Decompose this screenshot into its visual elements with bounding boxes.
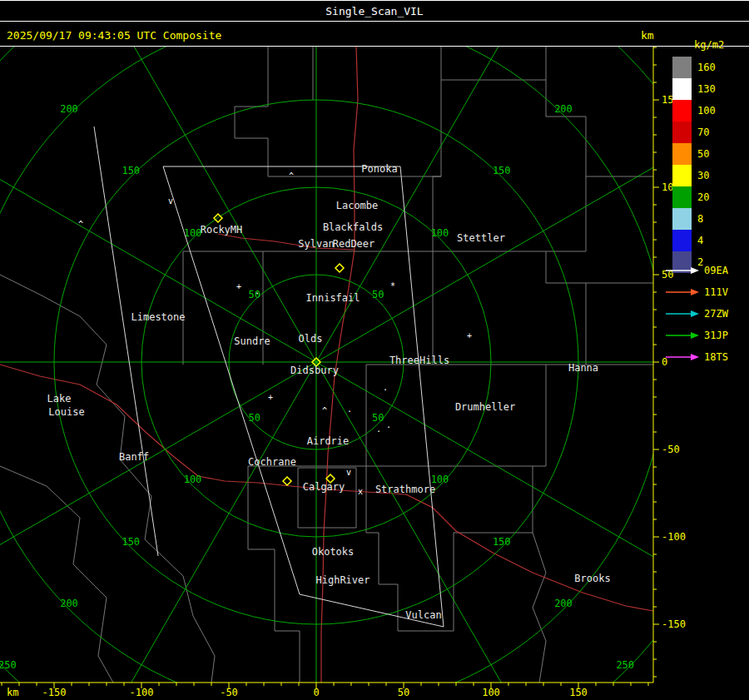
colorbar-value-label: 70 — [697, 127, 709, 138]
town-marker: v — [346, 468, 351, 477]
colorbar-value-label: 50 — [697, 148, 709, 160]
y-tick-label: -50 — [662, 444, 680, 455]
county-boundary — [80, 316, 215, 683]
colorbar-swatch — [672, 230, 692, 251]
city-label: RedDeer — [333, 238, 375, 250]
city-label: Lake — [47, 393, 72, 405]
county-boundary — [546, 80, 653, 176]
radar-id-label: 31JP — [704, 330, 728, 341]
x-tick-label: -50 — [220, 687, 238, 698]
town-marker: ^ — [78, 220, 83, 229]
city-label: Lacombe — [336, 200, 379, 211]
range-ring-label: 100 — [431, 227, 449, 239]
city-label: Stettler — [457, 232, 505, 244]
azimuth-line — [316, 0, 535, 362]
colorbar-swatch — [672, 208, 692, 230]
city-label: Ponoka — [361, 163, 397, 175]
x-tick-label: -150 — [42, 687, 67, 698]
range-ring-label: 50 — [372, 289, 384, 300]
colorbar-swatch — [672, 122, 692, 143]
city-label: HighRiver — [315, 574, 370, 586]
range-ring-label: 200 — [60, 598, 78, 609]
colorbar-swatch — [672, 143, 692, 165]
range-ring-label: 200 — [554, 103, 573, 115]
azimuth-line — [316, 362, 695, 581]
city-label: Innisfail — [305, 292, 360, 304]
radar-legend-arrowhead-icon — [691, 289, 699, 295]
map-layers: 5050505010010010010015015015015020020020… — [0, 0, 749, 700]
range-ring-label: 100 — [184, 227, 202, 239]
range-ring-label: 50 — [249, 412, 260, 424]
county-boundary — [433, 47, 441, 251]
azimuth-line — [98, 362, 317, 700]
city-label: Drumheller — [455, 401, 515, 413]
colorbar-value-label: 130 — [697, 83, 716, 95]
colorbar-swatch — [672, 78, 692, 100]
county-boundary — [441, 47, 546, 80]
county-boundary — [546, 176, 653, 283]
city-label: Louise — [48, 406, 84, 418]
town-marker: v — [168, 196, 173, 206]
highway-line — [0, 365, 326, 489]
range-ring-label: 200 — [60, 103, 78, 115]
y-tick-label: -100 — [662, 531, 686, 543]
colorbar-swatch — [672, 165, 692, 186]
colorbar-swatch — [672, 186, 692, 208]
city-label: Vulcan — [405, 609, 441, 621]
radar-legend-arrowhead-icon — [691, 332, 699, 339]
azimuth-line — [98, 0, 317, 362]
city-label: Olds — [299, 333, 323, 345]
colorbar-unit-label: kg/m2 — [694, 39, 724, 51]
highway-line — [326, 489, 653, 611]
range-ring-label: 150 — [493, 165, 511, 176]
city-label: RockyMH — [201, 224, 243, 236]
city-label: Banff — [119, 451, 149, 463]
range-ring-label: 150 — [122, 536, 140, 548]
colorbar-value-label: 20 — [697, 191, 709, 203]
colorbar-swatch — [672, 251, 692, 273]
town-marker: . — [383, 383, 388, 392]
county-boundary — [0, 275, 80, 316]
colorbar-value-label: 8 — [697, 213, 703, 225]
city-label: Brooks — [574, 573, 610, 584]
county-boundary — [0, 466, 113, 683]
town-marker: ^ — [322, 406, 327, 415]
x-tick-label: 150 — [569, 687, 588, 698]
range-ring-label: 50 — [372, 412, 384, 424]
colorbar-value-label: 160 — [697, 62, 716, 73]
radar-map-display: 5050505010010010010015015015015020020020… — [0, 0, 749, 700]
town-marker: . — [347, 405, 352, 414]
y-tick-label: -150 — [662, 618, 686, 630]
town-marker: . — [386, 420, 391, 429]
city-label: Hanna — [568, 362, 598, 374]
town-marker: . — [255, 286, 260, 295]
city-label: Sylvan — [298, 238, 334, 250]
city-label: Limestone — [131, 311, 185, 323]
radar-app-window: Single_Scan_VIL 2025/09/17 09:43:05 UTC … — [0, 0, 749, 700]
town-marker: + — [268, 393, 273, 402]
radar-site-marker — [283, 477, 291, 485]
county-boundary — [248, 466, 300, 683]
radar-id-label: 18TS — [704, 351, 728, 363]
range-ring-label: 100 — [184, 474, 202, 485]
range-ring-label: 150 — [493, 536, 511, 548]
county-boundary — [533, 533, 546, 683]
range-ring-label: 150 — [122, 165, 140, 176]
colorbar-swatch — [672, 100, 692, 122]
radar-id-label: 27ZW — [704, 308, 729, 320]
town-marker: + — [467, 331, 472, 340]
town-marker: + — [236, 282, 241, 291]
colorbar-value-label: 30 — [697, 170, 709, 181]
town-marker: * — [390, 281, 395, 290]
y-tick-label: 0 — [662, 356, 667, 368]
city-label: Cochrane — [248, 456, 296, 468]
radar-legend-arrowhead-icon — [691, 354, 699, 360]
x-tick-label: 100 — [482, 687, 500, 698]
city-label: ThreeHills — [389, 355, 449, 366]
radar-id-label: 111V — [704, 286, 728, 298]
city-label: Sundre — [234, 335, 270, 347]
range-ring-label: 250 — [0, 659, 17, 671]
x-tick-label: 50 — [398, 687, 409, 698]
x-axis-unit-label: km — [7, 687, 18, 698]
town-marker: x — [358, 487, 363, 496]
